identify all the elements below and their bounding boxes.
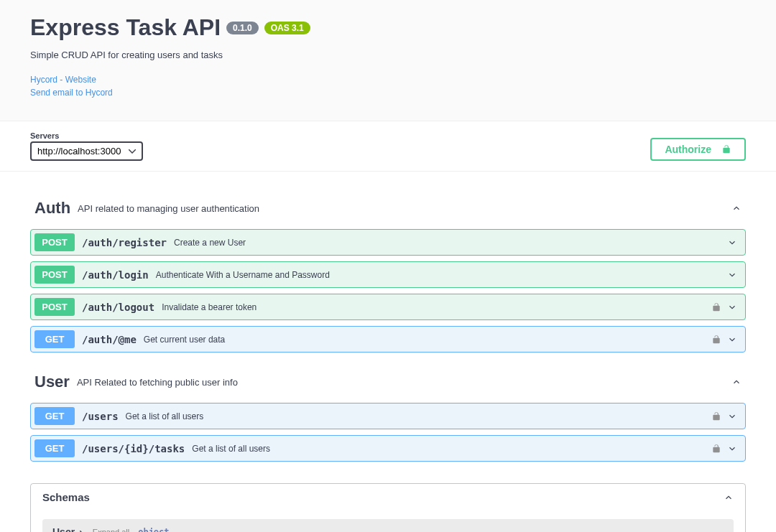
schemas-section: Schemas User›Expand allobjectTask›Expand… [30,483,746,532]
method-badge: POST [34,298,75,316]
operation-path: /auth/register [82,237,167,248]
lock-open-icon [711,444,721,454]
chevron-up-icon [731,377,742,387]
operation-summary: Authenticate With a Username and Passwor… [156,270,727,280]
servers-select[interactable]: http://localhost:3000 [30,141,143,161]
chevron-down-icon [727,335,737,345]
operation-row[interactable]: POST/auth/logoutInvalidate a bearer toke… [30,294,746,320]
method-badge: GET [34,439,75,457]
operation-summary: Get a list of all users [192,444,711,454]
chevron-up-icon [731,203,742,213]
chevron-down-icon [727,270,737,280]
oas-badge: OAS 3.1 [264,22,310,34]
method-badge: GET [34,407,75,425]
tag-description: API Related to fetching public user info [77,377,731,388]
operation-row[interactable]: POST/auth/registerCreate a new User [30,229,746,256]
tag-header[interactable]: UserAPI Related to fetching public user … [30,367,746,397]
api-description: Simple CRUD API for creating users and t… [30,50,746,60]
tag-header[interactable]: AuthAPI related to managing user authent… [30,193,746,223]
method-badge: POST [34,266,75,284]
contact-link[interactable]: Send email to Hycord [30,86,746,99]
operation-summary: Create a new User [174,238,727,248]
operation-row[interactable]: GET/users/{id}/tasksGet a list of all us… [30,435,746,462]
api-header: Express Task API 0.1.0 OAS 3.1 Simple CR… [0,0,776,121]
caret-right-icon: › [79,526,83,532]
authorize-button[interactable]: Authorize [650,138,746,161]
operation-row[interactable]: GET/usersGet a list of all users [30,403,746,429]
expand-all-label[interactable]: Expand all [93,528,129,532]
method-badge: GET [34,330,75,348]
controls-bar: Servers http://localhost:3000 Authorize [0,121,776,172]
lock-open-icon [711,302,721,312]
operation-path: /users [82,411,119,422]
operation-row[interactable]: GET/auth/@meGet current user data [30,326,746,353]
schemas-title: Schemas [42,491,724,503]
operation-path: /auth/login [82,269,149,281]
operation-path: /auth/@me [82,334,137,345]
version-badge: 0.1.0 [226,22,259,34]
method-badge: POST [34,233,75,251]
chevron-down-icon [727,411,737,421]
main-content: AuthAPI related to managing user authent… [0,172,776,532]
tag-name: Auth [34,199,70,218]
website-link[interactable]: Hycord - Website [30,73,746,86]
operation-row[interactable]: POST/auth/loginAuthenticate With a Usern… [30,261,746,288]
header-links: Hycord - Website Send email to Hycord [30,73,746,99]
lock-open-icon [721,144,731,154]
tag-name: User [34,373,70,391]
lock-open-icon [711,411,721,421]
operation-summary: Get a list of all users [126,411,711,421]
lock-open-icon [711,335,721,345]
schemas-header[interactable]: Schemas [31,484,745,510]
schema-name: User [52,526,75,532]
chevron-down-icon [727,444,737,454]
operation-path: /users/{id}/tasks [82,443,185,454]
tag-description: API related to managing user authenticat… [78,203,731,214]
operation-summary: Invalidate a bearer token [162,302,711,312]
chevron-down-icon [727,238,737,248]
tag-section: UserAPI Related to fetching public user … [30,367,746,462]
operation-path: /auth/logout [82,302,154,313]
api-title: Express Task API [30,14,221,41]
schema-item[interactable]: User›Expand allobject [42,519,734,532]
tag-section: AuthAPI related to managing user authent… [30,193,746,353]
servers-label: Servers [30,131,143,140]
chevron-down-icon [727,302,737,312]
schema-type: object [138,527,169,532]
operation-summary: Get current user data [144,335,711,345]
chevron-up-icon [724,493,734,503]
